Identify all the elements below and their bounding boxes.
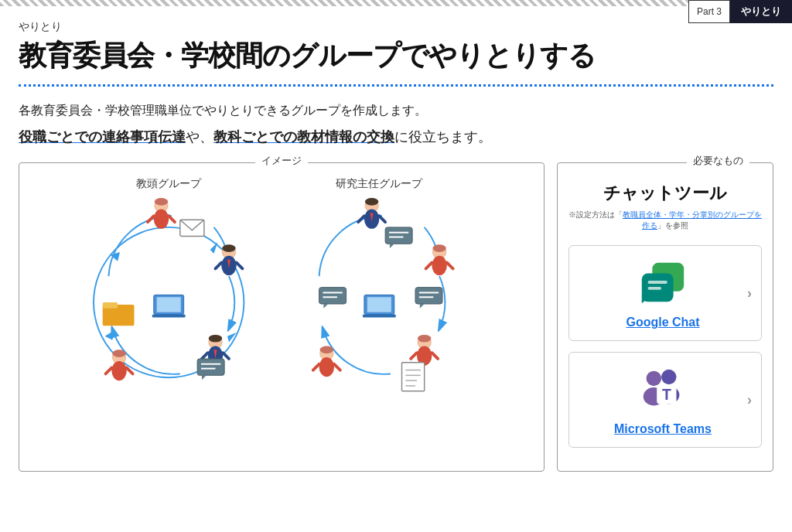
folder-icon <box>103 302 135 326</box>
svg-line-52 <box>334 364 340 370</box>
microsoft-teams-card[interactable]: T Microsoft Teams › <box>568 352 762 448</box>
svg-line-16 <box>202 353 208 359</box>
speech-bubble-left <box>197 359 224 380</box>
svg-point-20 <box>111 361 126 380</box>
svg-line-51 <box>313 364 319 370</box>
svg-point-50 <box>319 357 334 377</box>
dotted-divider <box>19 84 773 87</box>
document-icon <box>402 363 425 391</box>
svg-line-11 <box>215 263 221 269</box>
teams-name: Microsoft Teams <box>614 422 712 436</box>
laptop-icon-right <box>363 295 396 318</box>
part-title: やりとり <box>730 0 792 23</box>
svg-point-40 <box>432 256 446 275</box>
svg-rect-69 <box>319 288 346 304</box>
person-right-left <box>215 244 242 275</box>
svg-rect-62 <box>363 315 396 318</box>
middle-text: や、 <box>186 129 213 145</box>
person-bottom-right-right <box>411 335 438 366</box>
svg-line-42 <box>447 263 453 269</box>
chat-tool-title: チャットツール <box>603 182 727 205</box>
emphasis-text2: 教科ごとでの教材情報の交換 <box>213 129 394 145</box>
envelope-icon <box>180 220 204 236</box>
svg-line-21 <box>106 368 112 374</box>
svg-rect-26 <box>157 297 181 312</box>
emphasis-text1: 役職ごとでの連絡事項伝達 <box>19 129 186 145</box>
svg-marker-56 <box>390 244 394 248</box>
teams-content: T Microsoft Teams <box>579 363 747 436</box>
speech-bubble-right2 <box>415 288 442 309</box>
google-chat-name: Google Chat <box>626 315 699 329</box>
svg-line-46 <box>411 353 417 359</box>
description-line1: 各教育委員会・学校管理職単位でやりとりできるグループを作成します。 <box>19 101 773 121</box>
person-bottom-center-right <box>313 346 340 377</box>
svg-marker-72 <box>323 304 328 309</box>
google-chat-logo <box>636 257 690 311</box>
top-decorative-stripe <box>0 0 792 6</box>
diagram-svg: 教頭グループ 研究主任グループ <box>27 171 536 434</box>
svg-point-44 <box>418 335 431 343</box>
right-panel-label: 必要なもの <box>687 154 749 168</box>
svg-text:T: T <box>662 386 671 403</box>
left-diagram-panel: イメージ 教頭グループ 研究主任グループ <box>19 162 544 472</box>
laptop-icon <box>152 295 186 318</box>
left-panel-label: イメージ <box>255 154 308 168</box>
person-top-left <box>148 198 175 229</box>
teams-logo: T <box>636 363 690 418</box>
svg-point-14 <box>209 335 222 343</box>
svg-rect-63 <box>367 297 391 312</box>
svg-line-47 <box>432 353 438 359</box>
google-chat-card[interactable]: Google Chat › <box>568 245 762 341</box>
svg-point-19 <box>112 350 125 358</box>
svg-point-9 <box>222 244 235 252</box>
chat-tool-note: ※設定方法は「教職員全体・学年・分掌別のグループを作る」を参照 <box>568 210 762 231</box>
svg-point-5 <box>154 210 169 229</box>
svg-line-6 <box>148 217 154 223</box>
suffix-text: に役立ちます。 <box>394 129 492 145</box>
google-chat-content: Google Chat <box>579 257 747 329</box>
section-label: やりとり <box>19 20 773 34</box>
svg-point-79 <box>661 370 676 384</box>
svg-rect-28 <box>103 302 118 309</box>
content-columns: イメージ 教頭グループ 研究主任グループ <box>19 162 773 472</box>
svg-point-34 <box>365 198 378 206</box>
svg-rect-76 <box>648 287 662 290</box>
person-top-right <box>358 198 385 229</box>
speech-bubble-left2 <box>319 288 346 309</box>
svg-point-39 <box>432 244 446 252</box>
svg-text:研究主任グループ: 研究主任グループ <box>336 179 423 190</box>
svg-rect-75 <box>648 281 667 284</box>
main-content: やりとり 教育委員会・学校間のグループでやりとりする 各教育委員会・学校管理職単… <box>0 6 792 490</box>
svg-point-49 <box>320 346 333 354</box>
svg-rect-25 <box>152 315 186 318</box>
svg-rect-64 <box>402 363 425 391</box>
svg-point-77 <box>647 371 661 386</box>
svg-rect-29 <box>197 359 224 375</box>
svg-line-36 <box>358 217 364 223</box>
teams-chevron: › <box>747 392 752 408</box>
svg-point-4 <box>155 198 168 206</box>
svg-marker-60 <box>420 304 425 309</box>
svg-rect-57 <box>415 288 442 304</box>
part-badge: Part 3 やりとり <box>688 0 792 23</box>
person-right-right <box>426 244 453 275</box>
svg-line-12 <box>237 263 243 269</box>
google-chat-chevron: › <box>747 285 752 302</box>
svg-line-7 <box>169 217 175 223</box>
svg-marker-32 <box>202 376 207 380</box>
note-link[interactable]: 教職員全体・学年・分掌別のグループを作る <box>623 210 762 230</box>
part-number: Part 3 <box>688 0 730 23</box>
page-title: 教育委員会・学校間のグループでやりとりする <box>19 37 773 75</box>
speech-bubble-right1 <box>385 227 412 248</box>
svg-rect-53 <box>385 227 412 244</box>
svg-line-37 <box>379 217 385 223</box>
right-tools-panel: 必要なもの チャットツール ※設定方法は「教職員全体・学年・分掌別のグループを作… <box>557 162 773 472</box>
svg-text:教頭グループ: 教頭グループ <box>136 179 202 190</box>
svg-line-17 <box>223 353 229 359</box>
svg-line-41 <box>426 263 432 269</box>
description-line2: 役職ごとでの連絡事項伝達や、教科ごとでの教材情報の交換に役立ちます。 <box>19 125 773 149</box>
